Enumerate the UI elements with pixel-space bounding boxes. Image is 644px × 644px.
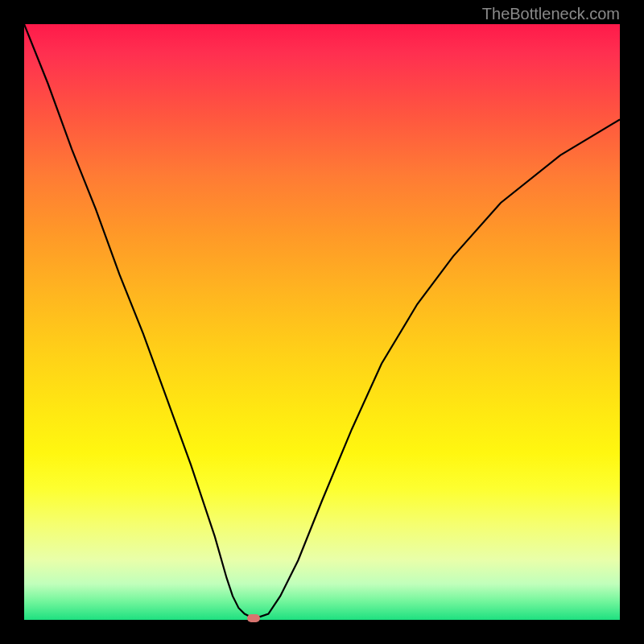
watermark-text: TheBottleneck.com (482, 5, 620, 23)
curve-svg (24, 24, 620, 620)
min-marker-icon (247, 614, 260, 622)
bottleneck-curve (24, 24, 620, 617)
chart-container: TheBottleneck.com (0, 0, 644, 644)
